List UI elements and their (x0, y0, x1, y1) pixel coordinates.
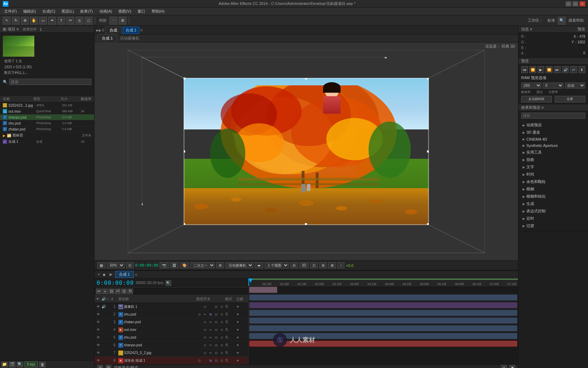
layer-row-3[interactable]: 👁 3 P zhalan.psd ⊙ ✏ ⊡ ⊙ 无 ▼ (94, 318, 248, 326)
effect-item-distort[interactable]: ▶ 扭曲 (520, 156, 587, 163)
tool-text[interactable]: T (57, 17, 65, 24)
file-item-comp[interactable]: C 合成 1 合成 30 (0, 139, 94, 145)
effect-item-utility[interactable]: ▶ 实用工具 (520, 149, 587, 156)
show-snapshot-btn[interactable]: 🖼 (170, 262, 178, 268)
layer-1-eye[interactable]: 👁 (96, 305, 101, 309)
new-folder-btn[interactable]: 📁 (1, 362, 8, 367)
tool-rotate[interactable]: ↻ (12, 17, 20, 24)
tab-comp[interactable]: 合成 (105, 26, 122, 34)
tool-eraser[interactable]: ◻ (85, 17, 92, 24)
layer-tool-1[interactable]: ↩ (96, 289, 102, 294)
preview-next-btn[interactable]: ⏩ (546, 66, 552, 73)
tool-extra[interactable]: ⊞ (119, 17, 126, 24)
layer-tool-5[interactable]: ⊙ (121, 289, 127, 294)
viewer-3d-btn[interactable]: 3D (299, 262, 309, 268)
menu-file[interactable]: 文件(F) (1, 8, 20, 15)
layer-6-eye[interactable]: 👁 (96, 343, 101, 347)
preview-prev-btn[interactable]: ⏪ (529, 66, 536, 73)
maximize-button[interactable]: □ (573, 1, 578, 6)
viewer-toggle[interactable]: ⊞ (216, 262, 224, 268)
preview-audio-btn[interactable]: 🔊 (562, 66, 569, 73)
viewer-grid-btn[interactable]: ▦ (97, 262, 105, 268)
effect-item-animation-preset[interactable]: ▶ 动画预设 (520, 121, 587, 129)
viewer-mode2[interactable]: ⊞ (319, 262, 327, 268)
layer-tool-3[interactable]: ⊡ (108, 289, 114, 294)
viewer-mode3[interactable]: ⊠ (328, 262, 336, 268)
preview-last-btn[interactable]: ⏭ (554, 66, 561, 73)
layer-row-6[interactable]: 👁 6 P shanpo.psd ⊙ ✏ ⊡ ⊙ 无 ▼ (94, 341, 248, 349)
layer-5-eye[interactable]: 👁 (96, 335, 101, 339)
menu-animation[interactable]: 动画(A) (97, 8, 115, 15)
tool-rect-mask[interactable]: ▭ (39, 17, 47, 24)
effects-search-input[interactable] (521, 113, 585, 119)
preview-loop-btn[interactable]: ↩ (570, 66, 577, 73)
effect-item-color-grain[interactable]: ▶ 余色和颗粒 (520, 178, 587, 185)
layer-2-eye[interactable]: 👁 (96, 312, 101, 316)
layer-row-2[interactable]: 👁 2 P shu.psd ⊙ ✏ fx ⊡ ⊙ 无 (94, 311, 248, 318)
full-screen-btn[interactable]: 全屏 (555, 96, 586, 102)
active-comp-tab[interactable]: 合成 1 (97, 34, 117, 42)
file-item-zhalan[interactable]: P zhalan.psd Photoshop 5.6 MB (0, 126, 94, 132)
search-icon[interactable]: 🔍 (558, 17, 566, 24)
status-btn-2[interactable]: ⚙ (106, 365, 111, 368)
effect-item-blur-sharpen[interactable]: ▶ 模糊和锐化 (520, 193, 587, 200)
preview-first-btn[interactable]: ⏮ (521, 66, 528, 73)
layer-tool-2[interactable]: + (102, 289, 108, 294)
tool-pen[interactable]: ✒ (48, 17, 56, 24)
layer-row-8[interactable]: 👁 8 ■ 深玫色 组成 1 ⊙ fx ⊡ ⊙ 无 (94, 357, 248, 365)
effect-controls-label[interactable]: 效果控件 (23, 27, 37, 32)
effect-item-time[interactable]: ▶ 时间 (520, 171, 587, 178)
status-btn-1[interactable]: ⊙ (97, 365, 103, 368)
timeline-comp-tab[interactable]: 合成 1 (115, 271, 134, 278)
safe-zones-btn[interactable]: ⊟ (290, 262, 298, 268)
close-button[interactable]: ✕ (580, 1, 585, 6)
file-item-mov[interactable]: Q out.mov QuickTime 386 MB 30 (0, 108, 94, 114)
tool-brush[interactable]: ✏ (66, 17, 74, 24)
comp-badge[interactable]: 合成 1 (122, 27, 140, 34)
viewer-mode4[interactable]: ○ (337, 262, 344, 268)
effect-item-noise[interactable]: ▶ 近时 (520, 215, 587, 222)
project-search-input[interactable] (9, 79, 91, 85)
search-btn-small[interactable]: 🔍 (17, 362, 23, 367)
from-current-btn[interactable]: 从当前时间 (521, 96, 552, 102)
file-item-shu[interactable]: P shu.psd Photoshop 3.0 MB (0, 120, 94, 126)
close-timeline[interactable]: ✕ (97, 273, 100, 276)
delete-btn[interactable]: 🗑 (39, 362, 46, 367)
tool-camera[interactable]: ⊕ (21, 17, 29, 24)
new-comp-btn[interactable]: 🎬 (9, 362, 15, 367)
preview-play-btn[interactable]: ▶ (538, 66, 544, 73)
frame-rate-select[interactable]: (30) (521, 83, 541, 89)
effect-item-expression[interactable]: ▶ 表达式控制 (520, 207, 587, 215)
zoom-up-btn[interactable]: ▼ (510, 365, 515, 368)
menu-layer[interactable]: 图层(L) (59, 8, 77, 15)
camera-select[interactable]: 活动摄像机 (225, 262, 253, 268)
file-item-shanpo[interactable]: P shanpo.psd Photoshop 3.8 MB (0, 114, 94, 120)
zoom-down-btn[interactable]: ▲ (501, 365, 507, 368)
effect-item-generate[interactable]: ▶ 生成 (520, 200, 587, 207)
viewer-aspect-btn[interactable]: ⊡ (126, 262, 134, 268)
tool-pan[interactable]: ✋ (30, 17, 38, 24)
layer-row-4[interactable]: 👁 4 ▶ out.mov ⊙ ✏ ⊡ ⊙ 无 ▼ (94, 326, 248, 334)
effect-item-transition[interactable]: ▶ 过渡 (520, 222, 587, 229)
effect-item-cinema4d[interactable]: ▶ CINEMA 4D (520, 136, 587, 142)
skip-select[interactable]: 0 (543, 83, 563, 89)
menu-window[interactable]: 窗口 (135, 8, 148, 15)
effect-item-3d-channel[interactable]: ▶ 3D 通道 (520, 129, 587, 136)
layer-7-eye[interactable]: 👁 (96, 351, 101, 355)
tool-clone[interactable]: ⎘ (76, 17, 83, 24)
menu-composition[interactable]: 合成(C) (40, 8, 58, 15)
menu-edit[interactable]: 编辑(E) (20, 8, 39, 15)
layer-3-eye[interactable]: 👁 (96, 320, 101, 324)
snapshot-btn[interactable]: 📷 (160, 262, 169, 268)
quality-select[interactable]: 二分之一 (190, 262, 215, 268)
minimize-button[interactable]: ─ (566, 1, 571, 6)
menu-view[interactable]: 视图(V) (115, 8, 134, 15)
tl-search-btn[interactable]: 🔍 (166, 280, 171, 286)
layer-8-eye[interactable]: 👁 (96, 359, 101, 362)
viewer-mode1[interactable]: ⊡ (310, 262, 318, 268)
layer-row-7[interactable]: 👁 7 J S252423_0_2.jpg ⊙ ✏ ⊡ ⊙ 无 (94, 349, 248, 357)
zoom-select[interactable]: 50% (107, 262, 125, 268)
toggle-switches-label[interactable]: 切换开关/模式 (114, 365, 138, 368)
tool-select[interactable]: ↖ (3, 17, 10, 24)
view-layout-select[interactable]: 1 个视图 (265, 262, 289, 268)
